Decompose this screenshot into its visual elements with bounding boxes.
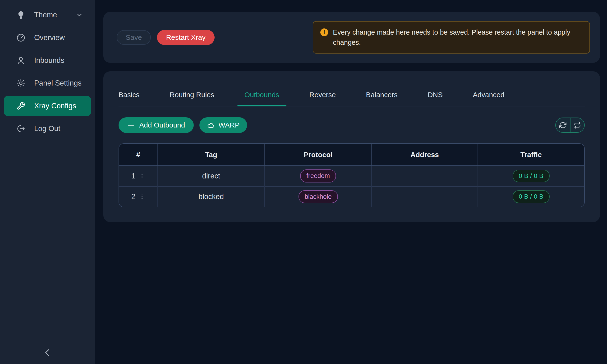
traffic-badge: 0 B / 0 B	[513, 190, 550, 203]
column-header-address: Address	[371, 144, 477, 166]
sidebar: ThemeOverviewInboundsPanel SettingsXray …	[0, 0, 95, 364]
cell-index: 2	[119, 186, 158, 207]
row-number: 2	[131, 193, 135, 201]
gear-icon	[16, 78, 26, 88]
restart-warning-alert: ! Every change made here needs to be sav…	[313, 21, 590, 54]
cell-traffic: 0 B / 0 B	[478, 166, 584, 186]
chevron-down-icon	[76, 11, 83, 18]
sidebar-item-inbounds[interactable]: Inbounds	[4, 50, 91, 71]
column-header-traffic: Traffic	[478, 144, 584, 166]
dashboard-icon	[16, 33, 26, 42]
tab-outbounds[interactable]: Outbounds	[244, 91, 279, 106]
cell-traffic: 0 B / 0 B	[478, 186, 584, 207]
cell-tag: blocked	[158, 186, 265, 207]
cell-address	[371, 166, 477, 186]
refresh-button[interactable]	[556, 118, 570, 132]
toolbar-card: Save Restart Xray ! Every change made he…	[103, 12, 600, 63]
outbounds-table: #TagProtocolAddressTraffic 1directfreedo…	[119, 143, 585, 207]
auto-refresh-toggle-button[interactable]	[570, 118, 584, 132]
column-header-index: #	[119, 144, 158, 166]
sidebar-item-log-out[interactable]: Log Out	[4, 118, 91, 139]
sidebar-item-label: Log Out	[34, 124, 60, 133]
row-menu-icon[interactable]	[139, 173, 145, 179]
sidebar-item-theme[interactable]: Theme	[4, 5, 91, 25]
warp-button[interactable]: WARP	[199, 117, 247, 133]
repeat-icon	[574, 122, 581, 129]
table-header-row: #TagProtocolAddressTraffic	[119, 144, 584, 166]
table-tools-group	[555, 117, 585, 133]
chevron-left-icon	[42, 347, 53, 359]
cell-index: 1	[119, 166, 158, 186]
cell-tag: direct	[158, 166, 265, 186]
cell-protocol: freedom	[265, 166, 371, 186]
tab-advanced[interactable]: Advanced	[473, 91, 504, 106]
add-outbound-button[interactable]: Add Outbound	[119, 117, 194, 133]
alert-text: Every change made here needs to be saved…	[333, 27, 582, 48]
sidebar-item-label: Theme	[34, 11, 57, 19]
traffic-badge: 0 B / 0 B	[513, 170, 550, 182]
wrench-icon	[16, 101, 26, 111]
tab-reverse[interactable]: Reverse	[309, 91, 336, 106]
sidebar-item-panel-settings[interactable]: Panel Settings	[4, 73, 91, 93]
table-row: 2blockedblackhole0 B / 0 B	[119, 186, 584, 207]
save-button[interactable]: Save	[117, 30, 151, 45]
warning-circle-icon: !	[320, 28, 328, 36]
logout-icon	[16, 124, 26, 133]
cell-protocol: blackhole	[265, 186, 371, 207]
tab-basics[interactable]: Basics	[119, 91, 139, 106]
user-icon	[16, 56, 26, 65]
sidebar-item-xray-configs[interactable]: Xray Configs	[4, 96, 91, 116]
main-content: Save Restart Xray ! Every change made he…	[95, 0, 607, 364]
column-header-tag: Tag	[158, 144, 265, 166]
protocol-badge: freedom	[300, 169, 336, 182]
restart-xray-button[interactable]: Restart Xray	[157, 30, 215, 45]
tab-balancers[interactable]: Balancers	[366, 91, 397, 106]
sidebar-item-label: Overview	[34, 33, 65, 42]
bulb-icon	[16, 10, 26, 20]
column-header-protocol: Protocol	[265, 144, 371, 166]
add-outbound-label: Add Outbound	[139, 121, 185, 129]
sidebar-item-label: Panel Settings	[34, 79, 81, 88]
table-body: 1directfreedom0 B / 0 B2blockedblackhole…	[119, 166, 584, 207]
app-root: ThemeOverviewInboundsPanel SettingsXray …	[0, 0, 607, 364]
plus-icon	[127, 121, 135, 129]
sidebar-item-label: Xray Configs	[34, 102, 76, 110]
row-menu-icon[interactable]	[139, 194, 145, 200]
table-row: 1directfreedom0 B / 0 B	[119, 166, 584, 186]
sidebar-item-overview[interactable]: Overview	[4, 27, 91, 48]
cloud-icon	[207, 121, 215, 129]
warp-label: WARP	[219, 121, 240, 129]
refresh-icon	[559, 122, 567, 129]
sidebar-item-label: Inbounds	[34, 56, 65, 65]
cell-address	[371, 186, 477, 207]
row-number: 1	[131, 172, 135, 180]
protocol-badge: blackhole	[299, 190, 338, 203]
sidebar-nav: ThemeOverviewInboundsPanel SettingsXray …	[0, 5, 95, 139]
tab-dns[interactable]: DNS	[428, 91, 443, 106]
actions-row: Add Outbound WARP	[119, 117, 585, 133]
tab-routing-rules[interactable]: Routing Rules	[170, 91, 214, 106]
sidebar-collapse-button[interactable]	[0, 347, 95, 359]
config-tabs: BasicsRouting RulesOutboundsReverseBalan…	[119, 91, 585, 106]
xray-config-card: BasicsRouting RulesOutboundsReverseBalan…	[103, 71, 600, 222]
